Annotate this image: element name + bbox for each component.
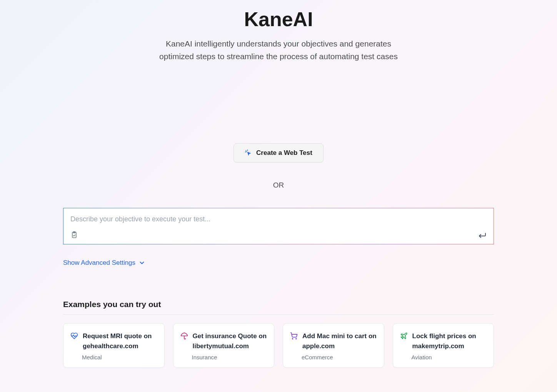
example-card-insurance[interactable]: Get insurance Quote on libertymutual.com…: [173, 323, 275, 368]
clipboard-icon[interactable]: [70, 231, 78, 239]
heart-icon: [70, 332, 78, 341]
svg-point-3: [296, 339, 297, 339]
page-title: KaneAI: [63, 8, 494, 31]
example-card-ecommerce[interactable]: Add Mac mini to cart on apple.com eComme…: [283, 323, 384, 368]
example-category: eCommerce: [302, 354, 377, 360]
example-category: Insurance: [192, 354, 267, 360]
example-card-aviation[interactable]: Lock flight prices on makemytrip.com Avi…: [393, 323, 494, 368]
or-divider: OR: [63, 181, 494, 189]
create-web-test-label: Create a Web Test: [256, 149, 312, 157]
examples-title: Examples you can try out: [63, 300, 494, 315]
submit-icon[interactable]: [477, 231, 487, 239]
example-category: Medical: [82, 354, 157, 360]
page-subtitle: KaneAI intelligently understands your ob…: [148, 38, 409, 63]
plane-icon: [400, 332, 408, 341]
example-text: Lock flight prices on makemytrip.com: [412, 331, 487, 351]
cursor-click-icon: [245, 149, 252, 157]
cart-icon: [290, 332, 298, 341]
umbrella-icon: [180, 332, 188, 341]
advanced-settings-toggle[interactable]: Show Advanced Settings: [63, 259, 145, 267]
svg-point-2: [292, 339, 293, 339]
create-web-test-button[interactable]: Create a Web Test: [233, 143, 324, 163]
example-text: Request MRI quote on gehealthcare.com: [83, 331, 157, 351]
chevron-down-icon: [138, 259, 145, 266]
example-text: Get insurance Quote on libertymutual.com: [193, 331, 267, 351]
example-category: Aviation: [412, 354, 487, 360]
example-text: Add Mac mini to cart on apple.com: [302, 331, 377, 351]
objective-box: [63, 208, 494, 244]
examples-grid: Request MRI quote on gehealthcare.com Me…: [63, 323, 494, 368]
advanced-settings-label: Show Advanced Settings: [63, 259, 135, 267]
objective-input[interactable]: [70, 215, 487, 223]
example-card-medical[interactable]: Request MRI quote on gehealthcare.com Me…: [63, 323, 165, 368]
